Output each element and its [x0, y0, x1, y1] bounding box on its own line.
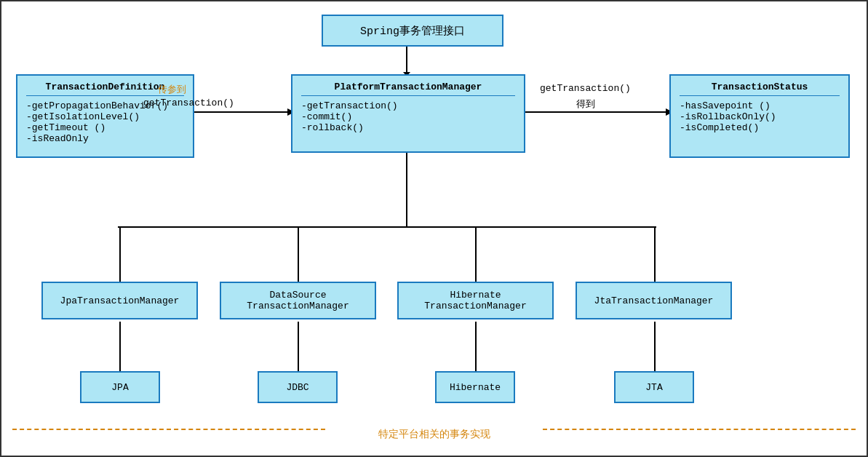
datasource-manager-line1: DataSource [269, 290, 326, 301]
jta-box: JTA [614, 371, 694, 403]
jta-label: JTA [645, 382, 662, 393]
jta-manager-box: JtaTransactionManager [576, 282, 732, 319]
platform-manager-method2: -commit() [301, 111, 515, 122]
ts-method1: -hasSavepoint () [680, 100, 840, 111]
td-method4: -isReadOnly [26, 133, 184, 144]
get-transaction-right-label: getTransaction() [540, 83, 631, 94]
ts-method2: -isRollbackOnly() [680, 111, 840, 122]
pass-to-label: 传参到 [158, 83, 186, 96]
get-result-label: 得到 [576, 98, 595, 111]
hibernate-manager-line2: TransactionManager [424, 301, 526, 311]
platform-manager-box: PlatformTransactionManager -getTransacti… [291, 74, 525, 153]
jdbc-label: JDBC [286, 382, 308, 393]
platform-manager-method1: -getTransaction() [301, 100, 515, 111]
spring-interface-label: Spring事务管理接口 [360, 24, 465, 38]
td-method2: -getIsolationLevel() [26, 111, 184, 122]
datasource-manager-line2: TransactionManager [247, 301, 349, 311]
datasource-manager-box: DataSource TransactionManager [220, 282, 376, 319]
jpa-box: JPA [80, 371, 160, 403]
platform-manager-title: PlatformTransactionManager [301, 82, 515, 96]
jpa-manager-box: JpaTransactionManager [41, 282, 198, 319]
jpa-manager-label: JpaTransactionManager [60, 295, 180, 306]
ts-method3: -isCompleted() [680, 122, 840, 133]
spring-interface-box: Spring事务管理接口 [322, 15, 503, 47]
bottom-platform-label: 特定平台相关的事务实现 [378, 428, 490, 441]
platform-manager-method3: -rollback() [301, 122, 515, 133]
jdbc-box: JDBC [258, 371, 338, 403]
get-transaction-left-label: getTransaction() [143, 98, 234, 108]
hibernate-manager-box: Hibernate TransactionManager [397, 282, 554, 319]
hibernate-manager-line1: Hibernate [450, 290, 501, 301]
transaction-status-box: TransactionStatus -hasSavepoint () -isRo… [669, 74, 850, 158]
td-method3: -getTimeout () [26, 122, 184, 133]
transaction-status-title: TransactionStatus [680, 82, 840, 96]
jta-manager-label: JtaTransactionManager [594, 295, 714, 306]
hibernate-label: Hibernate [450, 382, 501, 393]
dashed-line-right [543, 429, 856, 430]
jpa-label: JPA [111, 382, 128, 393]
diagram-container: Spring事务管理接口 PlatformTransactionManager … [0, 0, 868, 457]
hibernate-box: Hibernate [435, 371, 515, 403]
dashed-line-left [12, 429, 325, 430]
